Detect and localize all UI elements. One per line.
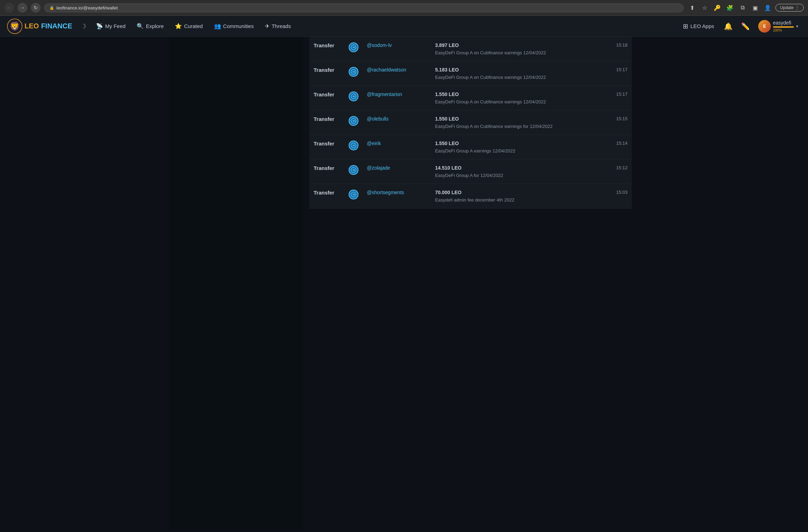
tx-username[interactable]: @shortsegments (367, 190, 404, 195)
reload-button[interactable]: ↻ (31, 3, 41, 13)
logo[interactable]: 🦁 LEO FINANCE (7, 19, 72, 34)
nav-curated[interactable]: ⭐ Curated (171, 21, 207, 32)
user-dropdown-icon: ▾ (796, 24, 798, 29)
tx-type: Transfer (309, 61, 344, 86)
leo-transfer-icon (349, 190, 358, 199)
tx-amount: 14.510 LEO (435, 165, 607, 171)
tx-time: 15:03 (611, 184, 632, 209)
puzzle-button[interactable]: 🧩 (725, 3, 735, 13)
curated-icon: ⭐ (175, 23, 182, 29)
tx-user-cell[interactable]: @olebulls (363, 110, 431, 135)
tx-time: 15:12 (611, 159, 632, 184)
update-button[interactable]: Update ⋮ (775, 4, 804, 12)
extension-red-button[interactable]: 🔑 (712, 3, 722, 13)
tx-type: Transfer (309, 184, 344, 209)
tx-username[interactable]: @olebulls (367, 116, 389, 122)
my-feed-icon: 📡 (96, 23, 103, 29)
tx-icon-cell (344, 61, 363, 86)
progress-bar (773, 26, 794, 28)
table-row[interactable]: Transfer @zolajade 14.510 LEO EasyDeFi G… (309, 159, 632, 184)
dark-mode-toggle[interactable]: ☽ (81, 22, 86, 30)
tx-details-cell: 1.550 LEO EasyDeFi Group A on Cubfinance… (431, 110, 611, 135)
explore-label: Explore (146, 23, 164, 29)
tx-details-cell: 14.510 LEO EasyDeFi Group A for 12/04/20… (431, 159, 611, 184)
bookmark-button[interactable]: ☆ (700, 3, 710, 13)
tx-time: 15:15 (611, 110, 632, 135)
profile-button[interactable]: 👤 (763, 3, 773, 13)
tx-type: Transfer (309, 37, 344, 61)
tx-time: 15:18 (611, 37, 632, 61)
leo-transfer-icon (349, 141, 358, 150)
avatar-initials: E (763, 24, 766, 29)
tx-username[interactable]: @eirik (367, 141, 381, 146)
username: easydefi (773, 20, 794, 26)
main-content: Transfer @sodom-lv 3.897 LEO EasyDeFi Gr… (0, 37, 808, 530)
tx-user-cell[interactable]: @shortsegments (363, 184, 431, 209)
user-menu[interactable]: E easydefi 100% ▾ (755, 19, 801, 34)
communities-label: Communities (223, 23, 254, 29)
tx-type: Transfer (309, 110, 344, 135)
tx-icon-cell (344, 159, 363, 184)
leo-transfer-icon (349, 116, 358, 126)
curated-label: Curated (184, 23, 203, 29)
compose-button[interactable]: ✏️ (738, 21, 753, 32)
leo-apps-label: LEO Apps (690, 23, 714, 29)
communities-icon: 👥 (214, 23, 221, 29)
leo-transfer-icon (349, 67, 358, 77)
leo-transfer-icon (349, 42, 358, 52)
tx-user-cell[interactable]: @eirik (363, 135, 431, 159)
tx-time: 15:17 (611, 61, 632, 86)
threads-icon: ✈ (265, 23, 269, 29)
tx-user-cell[interactable]: @fragmentarion (363, 86, 431, 110)
tx-details-cell: 70.000 LEO Easydefi admin fee december 4… (431, 184, 611, 209)
tx-icon-cell (344, 37, 363, 61)
tx-username[interactable]: @rachaeldwatson (367, 67, 406, 73)
logo-icon: 🦁 (7, 19, 22, 34)
tx-icon-cell (344, 110, 363, 135)
lock-icon: 🔒 (49, 6, 54, 10)
navbar: 🦁 LEO FINANCE ☽ 📡 My Feed 🔍 Explore ⭐ Cu… (0, 16, 808, 37)
leo-transfer-icon (349, 165, 358, 175)
forward-button[interactable]: → (18, 3, 27, 13)
tx-memo: EasyDeFi Group A on Cubfinance earnings … (435, 99, 607, 104)
tx-username[interactable]: @zolajade (367, 165, 390, 171)
tx-amount: 1.550 LEO (435, 91, 607, 97)
tx-memo: Easydefi admin fee december 4th 2022 (435, 197, 607, 203)
sidebar-button[interactable]: ▣ (750, 3, 760, 13)
leo-transfer-icon (349, 91, 358, 101)
nav-threads[interactable]: ✈ Threads (261, 21, 295, 32)
tx-user-cell[interactable]: @rachaeldwatson (363, 61, 431, 86)
notifications-button[interactable]: 🔔 (721, 21, 735, 32)
nav-communities[interactable]: 👥 Communities (210, 21, 258, 32)
table-row[interactable]: Transfer @fragmentarion 1.550 LEO EasyDe… (309, 86, 632, 110)
tx-details-cell: 3.897 LEO EasyDeFi Group A on Cubfinance… (431, 37, 611, 61)
logo-text-leo: LEO (25, 22, 39, 30)
browser-actions: ⬆ ☆ 🔑 🧩 ⧉ ▣ 👤 Update ⋮ (687, 3, 804, 13)
tx-memo: EasyDeFi Group A earnings 12/04/2022 (435, 148, 607, 154)
back-button[interactable]: ← (4, 3, 14, 13)
tx-type: Transfer (309, 135, 344, 159)
tx-username[interactable]: @sodom-lv (367, 42, 392, 48)
tx-user-cell[interactable]: @zolajade (363, 159, 431, 184)
logo-text-finance: FINANCE (41, 22, 72, 30)
table-row[interactable]: Transfer @olebulls 1.550 LEO EasyDeFi Gr… (309, 110, 632, 135)
share-button[interactable]: ⬆ (687, 3, 697, 13)
url-text: leofinance.io/@easydefi/wallet (56, 5, 118, 11)
browser-chrome: ← → ↻ 🔒 leofinance.io/@easydefi/wallet ⬆… (0, 0, 808, 16)
nav-my-feed[interactable]: 📡 My Feed (92, 21, 130, 32)
extensions-button[interactable]: ⧉ (738, 3, 747, 13)
table-row[interactable]: Transfer @eirik 1.550 LEO EasyDeFi Group… (309, 135, 632, 159)
tx-username[interactable]: @fragmentarion (367, 91, 402, 97)
tx-amount: 5.183 LEO (435, 67, 607, 73)
tx-details-cell: 1.550 LEO EasyDeFi Group A earnings 12/0… (431, 135, 611, 159)
nav-explore[interactable]: 🔍 Explore (132, 21, 168, 32)
tx-user-cell[interactable]: @sodom-lv (363, 37, 431, 61)
address-bar[interactable]: 🔒 leofinance.io/@easydefi/wallet (44, 4, 684, 12)
table-row[interactable]: Transfer @sodom-lv 3.897 LEO EasyDeFi Gr… (309, 37, 632, 61)
table-row[interactable]: Transfer @rachaeldwatson 5.183 LEO EasyD… (309, 61, 632, 86)
tx-memo: EasyDeFi Group A on Cubfinance earnings … (435, 75, 607, 80)
nav-leo-apps[interactable]: ⊞ LEO Apps (679, 20, 718, 32)
table-row[interactable]: Transfer @shortsegments 70.000 LEO Easyd… (309, 184, 632, 209)
tx-amount: 70.000 LEO (435, 190, 607, 195)
tx-icon-cell (344, 86, 363, 110)
